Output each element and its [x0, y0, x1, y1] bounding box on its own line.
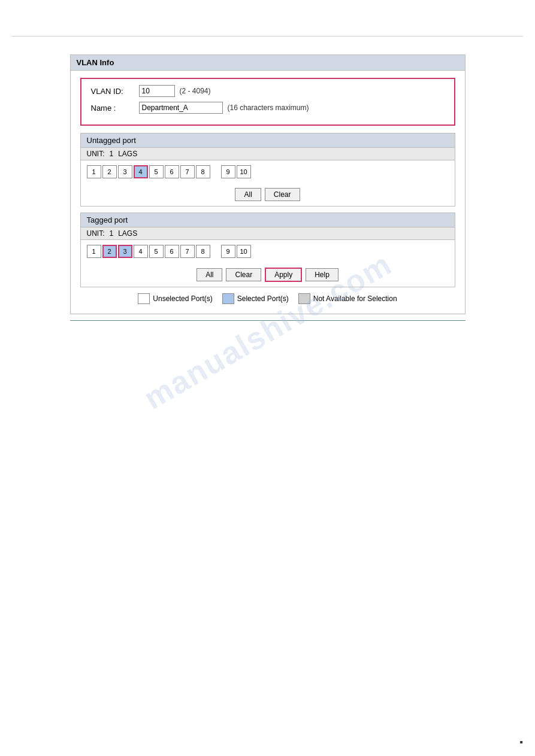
untagged-port-7[interactable]: 7	[180, 165, 195, 178]
untagged-port-4[interactable]: 4	[134, 165, 148, 178]
legend-unselected: Unselected Port(s)	[138, 293, 212, 304]
untagged-action-row: All Clear	[81, 183, 455, 206]
untagged-port-1[interactable]: 1	[87, 165, 101, 178]
legend-unselected-label: Unselected Port(s)	[153, 294, 212, 303]
untagged-unit-row: UNIT: 1 LAGS	[81, 148, 455, 160]
tagged-port-header: Tagged port	[81, 213, 455, 227]
tagged-unit-lags: LAGS	[118, 229, 137, 238]
legend-unavailable-label: Not Available for Selection	[313, 294, 397, 303]
untagged-ports-row: 1 2 3 4 5 6 7 8 9 10	[81, 160, 455, 183]
tagged-port-1[interactable]: 1	[87, 245, 101, 258]
legend-selected-box	[222, 293, 234, 304]
tagged-unit-row: UNIT: 1 LAGS	[81, 227, 455, 240]
untagged-port-5[interactable]: 5	[149, 165, 164, 178]
vlan-info-box: VLAN ID: (2 - 4094) Name : (16 character…	[80, 78, 455, 126]
untagged-unit-value: 1	[110, 150, 114, 158]
tagged-port-2[interactable]: 2	[102, 245, 117, 258]
legend-unselected-box	[138, 293, 150, 304]
name-input[interactable]	[139, 102, 223, 114]
name-row: Name : (16 characters maximum)	[91, 102, 445, 114]
untagged-port-6[interactable]: 6	[165, 165, 179, 178]
vlan-id-hint: (2 - 4094)	[180, 87, 211, 95]
vlan-container: VLAN Info VLAN ID: (2 - 4094) Name : (16…	[70, 54, 466, 314]
tagged-port-6[interactable]: 6	[165, 245, 179, 258]
untagged-port-3[interactable]: 3	[118, 165, 132, 178]
untagged-unit-lags: LAGS	[118, 150, 137, 158]
tagged-port-8[interactable]: 8	[196, 245, 210, 258]
tagged-port-4[interactable]: 4	[134, 245, 148, 258]
vlan-id-input-group: (2 - 4094)	[139, 85, 211, 97]
tagged-all-button[interactable]: All	[197, 268, 222, 281]
vlan-info-title: VLAN Info	[77, 58, 114, 67]
vlan-info-body: VLAN ID: (2 - 4094) Name : (16 character…	[71, 71, 465, 314]
tagged-unit-value: 1	[110, 229, 114, 238]
apply-button[interactable]: Apply	[265, 268, 302, 282]
untagged-clear-button[interactable]: Clear	[265, 188, 300, 201]
tagged-port-3[interactable]: 3	[118, 245, 132, 258]
name-hint: (16 characters maximum)	[228, 104, 309, 112]
untagged-port-title: Untagged port	[87, 136, 136, 145]
tagged-unit-label: UNIT:	[87, 229, 105, 238]
help-button[interactable]: Help	[306, 268, 338, 281]
page-dot: ▪	[519, 737, 523, 748]
untagged-port-header: Untagged port	[81, 133, 455, 148]
tagged-ports-row: 1 2 3 4 5 6 7 8 9 10	[81, 240, 455, 263]
untagged-port-8[interactable]: 8	[196, 165, 210, 178]
tagged-action-row: All Clear Apply Help	[81, 263, 455, 287]
untagged-unit-label: UNIT:	[87, 150, 105, 158]
untagged-port-10[interactable]: 10	[237, 165, 251, 178]
bottom-divider	[70, 320, 466, 321]
untagged-port-9[interactable]: 9	[221, 165, 235, 178]
untagged-port-2[interactable]: 2	[102, 165, 117, 178]
legend-selected-label: Selected Port(s)	[237, 294, 289, 303]
vlan-id-input[interactable]	[139, 85, 175, 97]
tagged-clear-button[interactable]: Clear	[226, 268, 261, 281]
tagged-port-title: Tagged port	[87, 215, 128, 224]
name-label: Name :	[91, 104, 139, 113]
vlan-id-row: VLAN ID: (2 - 4094)	[91, 85, 445, 97]
tagged-port-9[interactable]: 9	[221, 245, 235, 258]
legend-selected: Selected Port(s)	[222, 293, 289, 304]
legend-row: Unselected Port(s) Selected Port(s) Not …	[80, 287, 455, 306]
tagged-port-10[interactable]: 10	[237, 245, 251, 258]
tagged-port-section: Tagged port UNIT: 1 LAGS 1 2 3 4 5	[80, 212, 455, 287]
untagged-all-button[interactable]: All	[235, 188, 261, 201]
untagged-port-section: Untagged port UNIT: 1 LAGS 1 2 3 4 5	[80, 133, 455, 207]
sections-wrapper: Untagged port UNIT: 1 LAGS 1 2 3 4 5	[80, 133, 455, 306]
vlan-info-header: VLAN Info	[71, 55, 465, 71]
legend-unavailable: Not Available for Selection	[298, 293, 397, 304]
legend-unavailable-box	[298, 293, 310, 304]
tagged-port-7[interactable]: 7	[180, 245, 195, 258]
tagged-port-5[interactable]: 5	[149, 245, 164, 258]
page-wrapper: VLAN Info VLAN ID: (2 - 4094) Name : (16…	[0, 0, 535, 756]
name-input-group: (16 characters maximum)	[139, 102, 309, 114]
top-divider	[12, 36, 523, 37]
vlan-id-label: VLAN ID:	[91, 87, 139, 96]
